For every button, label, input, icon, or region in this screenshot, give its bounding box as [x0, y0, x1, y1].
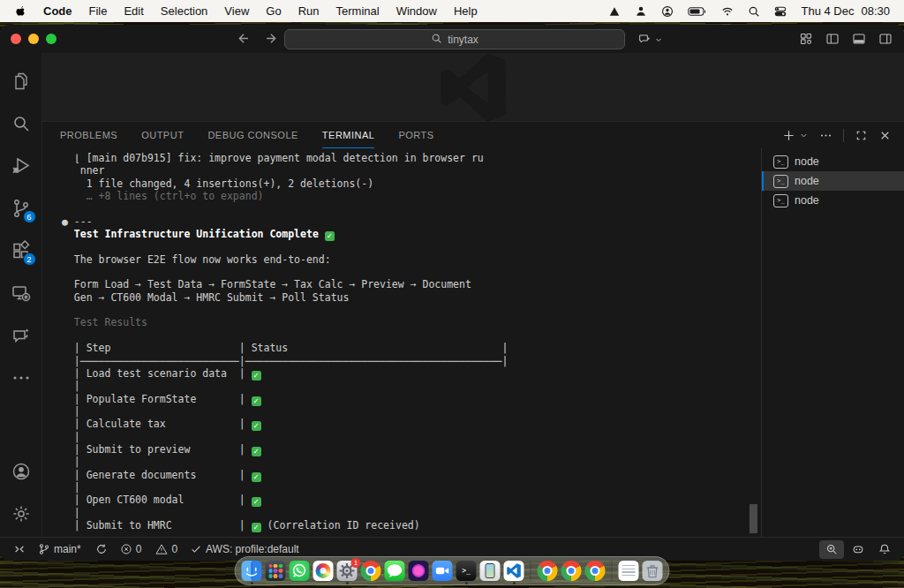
terminal-line: Test Infrastructure Unification Complete… — [62, 228, 761, 240]
menu-item-view[interactable]: View — [224, 4, 249, 18]
dock-whatsapp-icon[interactable] — [290, 561, 310, 581]
new-terminal-button[interactable] — [782, 129, 795, 142]
dock-launchpad-icon[interactable] — [266, 561, 286, 581]
apple-icon[interactable] — [14, 4, 26, 19]
activity-account[interactable] — [0, 450, 42, 493]
check-icon: ✓ — [252, 421, 261, 431]
activity-bar-bottom — [0, 450, 42, 537]
maximize-panel-button[interactable] — [855, 129, 868, 142]
dock-messages-icon[interactable] — [385, 561, 405, 581]
wifi-icon[interactable] — [721, 5, 734, 18]
chevron-down-icon[interactable] — [653, 33, 664, 49]
triangle-icon[interactable] — [608, 5, 621, 18]
check-icon: ✓ — [252, 396, 261, 406]
terminal-text: | — [62, 481, 80, 494]
dock-trash-icon[interactable] — [643, 561, 663, 581]
activity-files[interactable] — [0, 60, 42, 102]
menu-item-run[interactable]: Run — [298, 4, 320, 18]
menu-clock[interactable]: Thu 4 Dec 08:30 — [801, 4, 890, 18]
activity-extensions[interactable]: 2 — [0, 230, 42, 272]
dock-chrome-icon[interactable] — [361, 561, 381, 581]
tab-ports[interactable]: PORTS — [398, 122, 433, 148]
activity-more[interactable] — [0, 357, 42, 399]
panel-more-actions-button[interactable] — [819, 129, 832, 142]
terminal-text: | Open CT600 modal | — [62, 494, 252, 506]
activity-search[interactable] — [0, 102, 42, 145]
zoom-window-button[interactable] — [46, 34, 56, 44]
statusbar-right — [819, 540, 897, 559]
check-icon: ✓ — [325, 231, 335, 241]
menu-date: Thu 4 Dec — [801, 4, 854, 18]
remote-indicator[interactable] — [7, 540, 32, 559]
terminal-instance[interactable]: >_node — [762, 191, 904, 210]
terminal-instance[interactable]: >_node — [762, 152, 904, 171]
close-panel-button[interactable] — [878, 129, 892, 142]
layout-grid-icon[interactable] — [799, 32, 813, 46]
activity-remote[interactable] — [0, 272, 42, 314]
notifications[interactable] — [872, 540, 897, 559]
menu-item-go[interactable]: Go — [266, 4, 281, 18]
dock-chrome-window-icon[interactable] — [561, 561, 582, 581]
dock-media-app-icon[interactable] — [409, 561, 429, 581]
terminal-output[interactable]: ⌊ [main d07b915] fix: improve payment mo… — [42, 148, 761, 537]
menu-item-file[interactable]: File — [89, 4, 108, 18]
problems-status[interactable]: 00 — [114, 540, 184, 559]
activity-source-control[interactable]: 6 — [0, 187, 42, 230]
terminal-text: | — [62, 507, 80, 519]
terminal-text: Test Infrastructure Unification Complete — [74, 228, 319, 240]
panel-actions-divider — [843, 129, 844, 142]
spotlight-icon[interactable] — [748, 5, 760, 18]
dock-system-settings-icon[interactable]: 1 — [337, 561, 358, 581]
branch-status[interactable]: main* — [32, 540, 114, 559]
control-center-icon[interactable] — [774, 5, 787, 18]
zoom-status[interactable] — [819, 540, 844, 559]
tab-terminal[interactable]: TERMINAL — [322, 122, 375, 148]
terminal-line: The browser E2E flow now works end-to-en… — [62, 253, 761, 266]
dock-documents-icon[interactable] — [619, 561, 639, 581]
menu-item-window[interactable]: Window — [396, 4, 437, 18]
dock-iphone-mirroring-icon[interactable] — [480, 561, 501, 581]
copilot-chat-control[interactable] — [637, 32, 664, 49]
layout-sidebar-right-icon[interactable] — [878, 32, 893, 46]
running-indicator-dot — [251, 582, 253, 584]
terminal-line: Gen → CT600 Modal → HMRC Submit → Poll S… — [62, 291, 761, 304]
terminal-instance[interactable]: >_node — [762, 171, 904, 191]
menu-item-terminal[interactable]: Terminal — [336, 4, 380, 18]
tab-output[interactable]: OUTPUT — [141, 122, 184, 148]
terminal-line: | — [62, 380, 761, 392]
dock-terminal-icon[interactable]: >_ — [456, 561, 477, 581]
terminal-line — [62, 329, 761, 342]
battery-icon[interactable] — [688, 5, 707, 18]
layout-panel-icon[interactable] — [852, 32, 866, 46]
minimize-window-button[interactable] — [28, 34, 39, 44]
terminal-scrollbar[interactable] — [750, 504, 757, 533]
dock-finder-icon[interactable] — [242, 561, 262, 581]
dock-zoom-icon[interactable] — [433, 561, 453, 581]
editor-area[interactable] — [42, 53, 904, 121]
menu-item-edit[interactable]: Edit — [124, 4, 143, 18]
close-window-button[interactable] — [11, 34, 21, 44]
menu-item-help[interactable]: Help — [454, 4, 478, 18]
copilot-status[interactable] — [846, 540, 870, 559]
menu-item-selection[interactable]: Selection — [161, 4, 207, 18]
command-center-search[interactable]: tinytax — [284, 29, 625, 49]
forward-icon[interactable] — [265, 31, 280, 49]
person-icon[interactable] — [635, 5, 647, 18]
traffic-lights — [11, 34, 56, 44]
dock-chrome-window-icon[interactable] — [585, 561, 606, 581]
menu-item-code[interactable]: Code — [43, 4, 72, 18]
dock-chrome-window-icon[interactable] — [538, 561, 558, 581]
tab-problems[interactable]: PROBLEMS — [60, 122, 117, 148]
terminal-line: 1 file changed, 4 insertions(+), 2 delet… — [62, 177, 761, 190]
dock-vscode-icon[interactable] — [504, 561, 524, 581]
tab-debug-console[interactable]: DEBUG CONSOLE — [207, 122, 298, 148]
activity-settings[interactable] — [0, 493, 42, 535]
layout-sidebar-left-icon[interactable] — [825, 32, 840, 46]
activity-badge: 2 — [23, 253, 36, 266]
activity-run-debug[interactable] — [0, 145, 42, 187]
activity-chat[interactable] — [0, 314, 42, 357]
terminal-profile-dropdown[interactable] — [806, 131, 809, 140]
user-circle-icon[interactable] — [661, 5, 674, 18]
dock-photos-icon[interactable] — [313, 561, 334, 581]
back-icon[interactable] — [235, 31, 250, 49]
